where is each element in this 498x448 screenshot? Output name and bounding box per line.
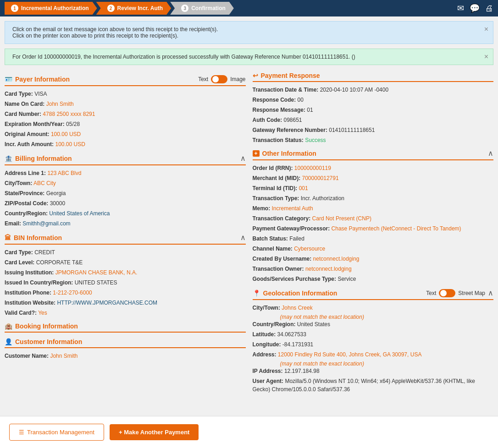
field-value: 098651	[284, 117, 302, 123]
list-item: Transaction Status: Success	[253, 136, 494, 144]
field-label: Country/Region:	[5, 210, 48, 217]
field-value: 700000012791	[302, 175, 339, 181]
list-item: Terminal Id (TID): 001	[253, 184, 494, 192]
bin-collapse-icon[interactable]: ∧	[240, 233, 246, 242]
billing-collapse-icon[interactable]: ∧	[240, 154, 246, 163]
field-label: City/Town:	[253, 305, 280, 311]
step-1[interactable]: 1 Incremental Authorization	[5, 2, 97, 15]
bin-title-text: BIN Information	[14, 234, 62, 241]
field-label: ZIP/Postal Code:	[5, 200, 48, 207]
step-2[interactable]: 2 Review Incr. Auth	[96, 2, 172, 15]
transaction-management-button[interactable]: ☰ Transaction Management	[9, 424, 104, 441]
list-item: Merchant Id (MID): 700000012791	[253, 174, 494, 182]
list-item: Valid Card?: Yes	[5, 309, 246, 317]
field-label: Transaction Category:	[253, 215, 311, 222]
field-label: Original Amount:	[5, 131, 50, 137]
payer-section-header: 🪪 Payer Information Text Image	[5, 75, 246, 86]
field-label: Channel Name:	[253, 246, 293, 252]
geo-icon: 📍	[253, 290, 260, 297]
success-alert-close[interactable]: ×	[484, 53, 488, 61]
field-value: 12000 Findley Rd Suite 400, Johns Creek,…	[278, 351, 422, 358]
list-item: Transaction Date & Time: 2020-04-10 10:0…	[253, 86, 494, 94]
field-value: 05/28	[66, 121, 80, 127]
other-info-icon: +	[253, 150, 260, 157]
list-item: Batch Status: Failed	[253, 235, 494, 243]
list-item: Payment Gateway/Processor: Chase Payment…	[253, 224, 494, 233]
list-item: Goods/Services Purchase Type: Service	[253, 275, 494, 283]
step-3-num: 3	[181, 5, 188, 12]
field-value: 30000	[50, 200, 65, 207]
customer-section-header: 👤 Customer Information	[5, 338, 246, 348]
list-item: Channel Name: Cybersource	[253, 245, 494, 253]
step-3[interactable]: 3 Confirmation	[170, 2, 234, 15]
field-value: Success	[305, 137, 326, 143]
field-value: Johns Creek	[282, 305, 312, 311]
field-value: United States	[297, 321, 330, 328]
list-item: Name On Card: John Smith	[5, 100, 246, 108]
payer-toggle-switch[interactable]	[211, 75, 227, 83]
field-label: Customer Name:	[5, 353, 49, 359]
customer-icon: 👤	[5, 338, 12, 345]
field-value: 34.0627533	[277, 331, 306, 338]
field-value: VISA	[34, 91, 47, 97]
customer-title-text: Customer Information	[15, 338, 82, 345]
field-label: Gateway Reference Number:	[253, 127, 327, 133]
other-info-collapse-icon[interactable]: ∧	[488, 149, 493, 158]
list-item: Issuing Institution: JPMORGAN CHASE BANK…	[5, 268, 246, 277]
booking-icon: 🏨	[5, 322, 12, 330]
field-value: 100000000119	[294, 165, 331, 171]
list-item: Institution Website: HTTP://WWW.JPMORGAN…	[5, 299, 246, 307]
list-item: Incr. Auth Amount: 100.00 USD	[5, 140, 246, 148]
field-label: Memo:	[253, 205, 271, 212]
print-icon[interactable]: 🖨	[485, 4, 493, 13]
step-1-num: 1	[11, 5, 18, 12]
list-item: Customer Name: John Smith	[5, 352, 246, 360]
transaction-management-label: Transaction Management	[27, 429, 94, 436]
other-info-title-text: Other Information	[262, 150, 316, 157]
field-value: Cybersource	[294, 246, 325, 252]
other-info-title: + Other Information	[253, 150, 316, 157]
field-label: Created By Username:	[253, 256, 312, 262]
field-value: Georgia	[46, 190, 66, 197]
field-value: CREDIT	[34, 249, 55, 256]
field-label: Latitude:	[253, 331, 276, 338]
list-item: ZIP/Postal Code: 30000	[5, 199, 246, 208]
field-value: -84.1731931	[282, 341, 313, 348]
field-label: Valid Card?:	[5, 310, 37, 316]
field-label: Issuing Institution:	[5, 269, 54, 276]
payer-fields: Card Type: VISAName On Card: John SmithC…	[5, 90, 246, 148]
chat-icon[interactable]: 💬	[470, 3, 480, 13]
email-icon[interactable]: ✉	[457, 3, 464, 13]
list-item: Response Code: 00	[253, 96, 494, 104]
field-value: Yes	[38, 310, 47, 316]
billing-fields: Address Line 1: 123 ABC BlvdCity/Town: A…	[5, 169, 246, 228]
list-item: Transaction Category: Card Not Present (…	[253, 214, 494, 223]
field-label: Transaction Type:	[253, 195, 299, 202]
geo-fields: City/Town: Johns Creek(may not match the…	[253, 304, 494, 393]
bottom-bar: ☰ Transaction Management + Make Another …	[0, 416, 498, 448]
right-panel: ↩ Payment Response Transaction Date & Ti…	[250, 70, 494, 395]
list-item: Auth Code: 098651	[253, 116, 494, 124]
customer-section-title: 👤 Customer Information	[5, 338, 82, 345]
list-item: Card Number: 4788 2500 xxxx 8291	[5, 110, 246, 118]
success-alert-text: For Order Id 100000000019, the Increment…	[12, 54, 355, 60]
billing-icon: 🏦	[5, 155, 12, 162]
geo-toggle-switch[interactable]	[439, 289, 455, 297]
info-alert-close[interactable]: ×	[484, 25, 488, 33]
field-label: Card Level:	[5, 259, 34, 266]
field-label: Address:	[253, 351, 277, 358]
field-label: Payment Gateway/Processor:	[253, 225, 330, 232]
make-another-payment-button[interactable]: + Make Another Payment	[110, 424, 199, 440]
payer-toggle-slider	[211, 75, 227, 83]
field-value: John Smith	[46, 101, 74, 107]
field-label: State/Province:	[5, 190, 44, 197]
field-value: John Smith	[50, 353, 77, 359]
list-item: Country/Region: United States of America	[5, 209, 246, 218]
geo-collapse-icon[interactable]: ∧	[488, 289, 493, 297]
geo-toggle-slider	[439, 289, 455, 297]
bin-icon: 🏛	[5, 234, 11, 241]
payer-section-title: 🪪 Payer Information	[5, 76, 70, 83]
field-value: CORPORATE T&E	[36, 259, 83, 266]
list-item: Response Message: 01	[253, 106, 494, 114]
field-value: Failed	[289, 235, 304, 242]
